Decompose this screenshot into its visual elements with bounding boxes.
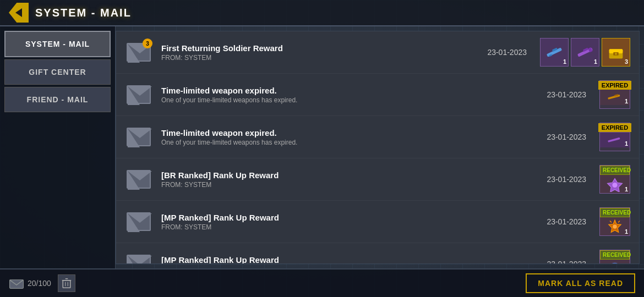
mail-icon-wrap: 3 [125,38,152,66]
mail-item[interactable]: [BR Ranked] Rank Up Reward FROM: SYSTEM … [116,158,639,201]
reward-count: 1 [625,98,628,105]
mail-title: Time-limited weapon expired. [161,128,533,138]
svg-point-19 [609,263,621,264]
reward-item: RECEIVED 1 [599,250,630,264]
weapon-expired2-icon [607,135,623,146]
mail-rewards: 1 1 [540,38,630,67]
mail-icon-wrap [125,81,152,108]
mailbox-icon [9,277,24,289]
trash-icon [62,278,72,289]
mail-content: Time-limited weapon expired. One of your… [161,128,533,146]
mail-badge: 3 [143,38,152,48]
sidebar-item-system-mail[interactable]: SYSTEM - MAIL [4,31,111,57]
envelope-icon [127,128,151,146]
sidebar-item-gift-center[interactable]: GIFT CENTER [4,59,111,85]
reward-item: 1 [540,38,569,67]
back-arrow-icon [15,8,22,17]
header-title: SYSTEM - MAIL [35,7,132,19]
mail-subtitle: FROM: SYSTEM [161,181,533,189]
mail-rewards: EXPIRED 1 [599,123,630,151]
mail-content: First Returning Soldier Reward FROM: SYS… [161,43,474,62]
sidebar: SYSTEM - MAIL GIFT CENTER FRIEND - MAIL [0,26,116,268]
mail-date: 23-01-2023 [547,133,586,141]
weapon-icon [544,42,565,63]
mail-content: Time-limited weapon expired. One of your… [161,86,533,104]
mail-item[interactable]: [MP Ranked] Rank Up Reward FROM: SYSTEM … [116,243,639,264]
mail-title: [MP Ranked] Rank Up Reward [161,213,533,222]
content-area: SYSTEM - MAIL GIFT CENTER FRIEND - MAIL … [0,26,644,268]
svg-point-16 [613,224,617,229]
mail-subtitle: One of your time-limited weapons has exp… [161,96,533,104]
mail-list-container[interactable]: 3 First Returning Soldier Reward FROM: S… [116,31,640,264]
reward-item: 3 [602,38,630,67]
envelope-icon [127,85,151,104]
sidebar-item-friend-mail[interactable]: FRIEND - MAIL [4,87,111,112]
mail-item[interactable]: 3 First Returning Soldier Reward FROM: S… [116,31,639,74]
svg-point-14 [613,183,618,188]
back-button[interactable] [9,3,29,23]
reward-item: 1 [571,38,599,67]
weapon2-icon [575,42,596,63]
rank-icon [607,177,623,192]
mail-date: 23-01-2023 [547,175,586,184]
mail-icon-wrap [125,166,152,193]
footer-left: 20/100 [9,274,75,292]
reward-count: 3 [625,58,628,65]
mail-date: 23-01-2023 [547,217,586,226]
reward-item: RECEIVED 1 [599,207,630,236]
mail-icon-wrap [125,208,152,235]
expired-badge: EXPIRED [598,123,631,132]
mail-rewards: EXPIRED 1 [599,80,630,109]
mail-title: Time-limited weapon expired. [161,86,533,95]
mark-all-read-button[interactable]: MARK ALL AS READ [526,273,635,293]
reward-count: 1 [625,140,628,147]
delete-button[interactable] [58,274,75,292]
mail-rewards: RECEIVED 1 [599,250,630,264]
mail-icon-wrap [125,250,152,264]
received-badge: RECEIVED [600,250,630,260]
mail-content: [BR Ranked] Rank Up Reward FROM: SYSTEM [161,170,533,189]
mail-count: 20/100 [28,279,51,288]
received-badge: RECEIVED [600,166,630,175]
mail-title: [BR Ranked] Rank Up Reward [161,170,533,180]
reward-count: 1 [594,58,597,65]
reward-item: RECEIVED 1 [599,165,630,194]
svg-line-18 [618,221,620,222]
header: SYSTEM - MAIL [0,0,644,26]
mail-title: First Returning Soldier Reward [161,43,474,53]
mail-rewards: RECEIVED 1 [599,165,630,194]
reward-item: EXPIRED 1 [599,80,630,109]
envelope-icon [127,170,151,189]
mail-icon-wrap [125,123,152,151]
mail-item[interactable]: [MP Ranked] Rank Up Reward FROM: SYSTEM … [116,201,639,243]
mail-subtitle: One of your time-limited weapons has exp… [161,139,533,146]
envelope-icon [127,255,151,264]
reward-count: 1 [625,228,628,235]
footer: 20/100 MARK ALL AS READ [0,268,644,297]
mail-title: [MP Ranked] Rank Up Reward [161,255,533,265]
weapon-expired-icon [607,92,623,103]
mail-content: [MP Ranked] Rank Up Reward FROM: SYSTEM [161,213,533,231]
rank3-icon [607,261,623,265]
mail-date: 23-01-2023 [547,260,586,264]
mail-count-display: 20/100 [9,277,51,289]
envelope-icon [127,212,151,231]
mail-date: 23-01-2023 [487,48,527,57]
mail-rewards: RECEIVED 1 [599,207,630,236]
svg-rect-22 [63,280,70,288]
mail-content: [MP Ranked] Rank Up Reward FROM: SYSTEM [161,255,533,265]
svg-point-9 [615,53,617,55]
mail-subtitle: FROM: SYSTEM [161,223,533,231]
expired-badge: EXPIRED [598,81,631,90]
svg-rect-10 [608,95,620,100]
mail-item[interactable]: Time-limited weapon expired. One of your… [116,116,639,158]
rank2-icon [607,219,623,234]
reward-count: 1 [563,58,566,65]
mail-subtitle: FROM: SYSTEM [161,54,474,62]
mail-item[interactable]: Time-limited weapon expired. One of your… [116,74,639,116]
svg-line-17 [610,221,612,222]
mail-date: 23-01-2023 [547,90,586,99]
chest-icon [605,42,626,63]
received-badge: RECEIVED [600,208,630,217]
svg-rect-12 [608,137,620,142]
